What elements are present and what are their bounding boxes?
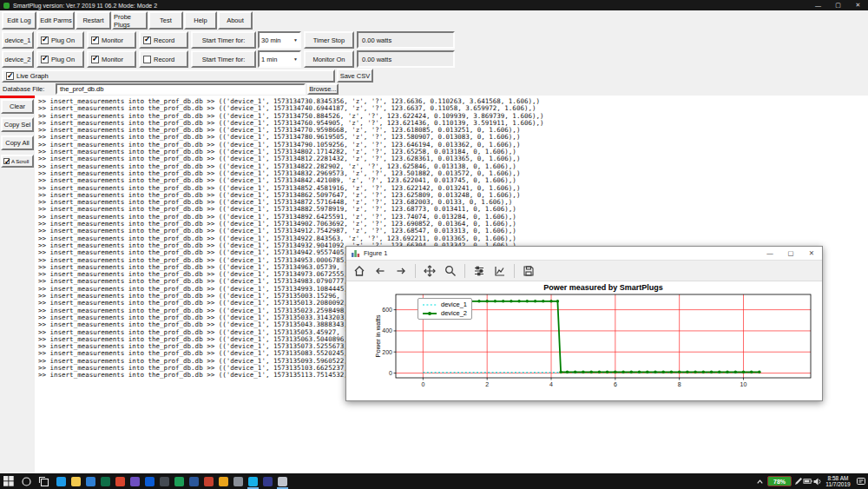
device-2-watts-display[interactable]: 0.00 watts [357,50,455,68]
figure-minimize-button[interactable]: — [760,247,780,260]
legend-entry-device_2: device_2 [422,309,467,317]
taskbar-app-5-icon [115,477,125,486]
device-1-button[interactable]: device_1 [2,31,34,49]
task-view-button[interactable] [35,473,52,489]
device-1-record-checkbox[interactable]: Record [139,31,188,49]
edit-log-button[interactable]: Edit Log [2,11,36,30]
taskbar-app-16[interactable] [275,473,290,489]
restart-button[interactable]: Restart [76,11,111,30]
plug-on-label: Plug On [51,36,75,44]
device-1-watts-display[interactable]: 0.00 watts [357,31,455,49]
back-arrow-icon[interactable] [371,262,390,280]
copy-sel-button[interactable]: Copy Sel [1,117,34,132]
timer-duration-value: 1 min [261,56,277,63]
device-2-timer-duration-select[interactable]: 1 min ▼ [258,50,301,68]
about-button[interactable]: About [218,11,253,30]
test-button[interactable]: Test [148,11,183,30]
svg-text:2: 2 [485,381,489,387]
taskbar-app-file-explorer[interactable] [69,473,83,489]
maximize-button[interactable]: ▢ [828,0,848,10]
figure-maximize-button[interactable]: ▢ [780,247,801,260]
pan-icon[interactable] [420,262,439,280]
taskbar-app-10[interactable] [187,473,201,489]
figure-canvas[interactable]: 02468100200400600 Power measured by Smar… [346,281,822,400]
taskbar-app-3[interactable] [83,473,98,489]
taskbar-app-11[interactable] [201,473,216,489]
battery-percent-badge[interactable]: 78% [767,476,792,486]
toolbar-separator [514,264,515,278]
taskbar-app-13[interactable] [231,473,246,489]
device-1-monitor-checkbox[interactable]: Monitor [87,31,136,49]
system-tray: 78% 8:58 AM 11/7/2019 [754,473,868,489]
battery-icon[interactable] [803,473,812,489]
device-2-monitor-checkbox[interactable]: Monitor [87,50,136,68]
taskbar-app-edge[interactable] [54,473,69,489]
taskbar-app-8[interactable] [157,473,172,489]
checkbox-icon [143,56,151,63]
monitor-label: Monitor [102,56,123,63]
subplots-config-icon[interactable] [470,262,489,280]
zoom-icon[interactable] [441,262,460,280]
save-icon[interactable] [519,262,538,280]
clock-time: 8:58 AM [824,475,852,481]
help-button[interactable]: Help [184,11,217,30]
taskbar-clock[interactable]: 8:58 AM 11/7/2019 [824,475,852,487]
search-icon[interactable] [17,473,35,489]
pen-icon[interactable] [793,473,803,489]
device-2-record-checkbox[interactable]: Record [139,50,188,68]
device-1-plug-on-checkbox[interactable]: Plug On [36,31,84,49]
device-1-timer-duration-select[interactable]: 30 min ▼ [258,31,301,49]
timer-duration-value: 30 min [261,36,281,44]
app-titlebar[interactable]: SmartPlug version: Ver.7 2019 11 06.2 Mo… [0,0,868,10]
device-1-status-button[interactable]: Timer Stop [304,31,354,49]
forward-arrow-icon[interactable] [391,262,411,280]
checkbox-icon [41,56,49,63]
clear-button[interactable]: Clear [1,99,34,114]
taskbar-app-5[interactable] [113,473,128,489]
action-center-icon[interactable] [854,473,868,489]
taskbar-app-9-icon [174,477,184,486]
minimize-button[interactable]: — [808,0,828,10]
browse-button[interactable]: Browse... [307,83,339,95]
axes-editor-icon[interactable] [490,262,510,280]
taskbar-app-15[interactable] [260,473,275,489]
device-2-plug-on-checkbox[interactable]: Plug On [36,50,84,68]
device-1-row: device_1 Plug On Monitor Record Start Ti… [0,31,868,49]
figure-titlebar[interactable]: Figure 1 — ▢ ✕ [346,247,822,261]
taskbar-app-6-icon [130,477,140,486]
device-1-timer-label: Start Timer for: [191,31,256,49]
volume-icon[interactable] [812,473,822,489]
figure-close-button[interactable]: ✕ [801,247,822,260]
taskbar-app-9[interactable] [172,473,187,489]
save-csv-button[interactable]: Save CSV [337,69,373,83]
device-2-status-button[interactable]: Monitor On [304,50,354,68]
chart-legend: device_1device_2 [418,298,472,320]
close-button[interactable]: ✕ [848,0,868,10]
live-graph-label: Live Graph [16,72,49,80]
taskbar-app-7[interactable] [142,473,157,489]
copy-all-button[interactable]: Copy All [1,135,34,150]
taskbar-app-10-icon [189,477,199,486]
figure-title: Figure 1 [364,249,388,257]
taskbar: 78% 8:58 AM 11/7/2019 [0,473,868,489]
svg-text:10: 10 [740,381,747,387]
database-file-input[interactable]: the_prof_db.db [56,83,306,95]
taskbar-app-4[interactable] [98,473,113,489]
probe-plugs-button[interactable]: Probe Plugs [112,11,148,30]
start-button[interactable] [0,473,17,489]
taskbar-app-13-icon [233,477,243,486]
taskbar-app-file-explorer-icon [71,477,81,486]
checkbox-icon [3,158,10,164]
taskbar-app-7-icon [145,477,155,486]
edit-parms-button[interactable]: Edit Parms [37,11,75,30]
tray-chevron-up-icon[interactable] [754,473,766,489]
taskbar-app-3-icon [86,477,95,486]
device-2-button[interactable]: device_2 [2,50,34,68]
taskbar-app-14[interactable] [246,473,260,489]
taskbar-app-12[interactable] [216,473,231,489]
autoscroll-checkbox[interactable]: A Scroll [1,155,34,168]
home-icon[interactable] [350,262,369,280]
clock-date: 11/7/2019 [824,481,852,487]
live-graph-checkbox[interactable]: Live Graph [2,69,335,83]
taskbar-app-6[interactable] [128,473,142,489]
